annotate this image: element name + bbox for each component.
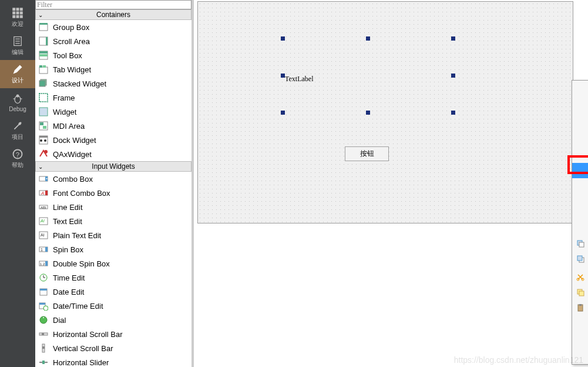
context-menu-item[interactable]: 改变对象名称... — [572, 114, 588, 129]
context-menu-item[interactable]: 改变普通文本... — [572, 81, 588, 96]
widget-item[interactable]: Date Edit — [35, 285, 191, 299]
svg-rect-45 — [45, 191, 48, 195]
widget-item[interactable]: 1Spin Box — [35, 242, 191, 256]
datetime-icon — [39, 301, 48, 311]
context-menu-item[interactable]: 转到槽... — [572, 218, 588, 233]
widget-item[interactable]: Horizontal Slider — [35, 355, 191, 367]
widget-item[interactable]: ABILine Edit — [35, 200, 191, 214]
svg-point-40 — [44, 150, 48, 154]
sidebar-item-pencil[interactable]: 设计 — [0, 60, 35, 88]
widget-item[interactable]: Dial — [35, 313, 191, 327]
svg-point-39 — [44, 139, 46, 142]
svg-rect-55 — [45, 249, 48, 252]
widget-item[interactable]: AIText Edit — [35, 214, 191, 228]
svg-rect-0 — [12, 8, 15, 11]
widget-item-label: Scroll Area — [53, 37, 90, 46]
chevron-down-icon: ⌄ — [38, 164, 43, 170]
widget-item[interactable]: Date/Time Edit — [35, 299, 191, 313]
design-canvas[interactable]: TextLabel 按钮 改变普通文本...改变多信息文本...改变对象名称..… — [194, 0, 588, 367]
widget-item[interactable]: Stacked Widget — [35, 76, 191, 91]
svg-rect-7 — [16, 15, 19, 18]
context-menu-item[interactable]: 删除(D) — [572, 331, 588, 346]
watermark: https://blog.csdn.net/zhuguanlin121 — [454, 355, 583, 365]
context-menu-item[interactable]: 放到后面(B) — [572, 236, 588, 251]
context-menu-item[interactable]: 改变样式表... — [572, 163, 588, 178]
svg-rect-72 — [42, 333, 44, 335]
widget-item-label: MDI Area — [53, 122, 85, 131]
widget-item-label: Group Box — [53, 23, 89, 32]
svg-rect-27 — [39, 65, 42, 68]
stacked-icon — [39, 79, 48, 88]
context-menu-item[interactable]: 大小限定▶ — [572, 181, 588, 196]
context-menu-item[interactable]: 改变"这是什么"... — [572, 148, 588, 163]
groupbox-icon — [39, 22, 48, 32]
sidebar-item-bug[interactable]: Debug — [0, 88, 35, 116]
category-header[interactable]: ⌄Input Widgets — [35, 161, 191, 172]
widget-item[interactable]: AIPlain Text Edit — [35, 228, 191, 242]
svg-text:1.2: 1.2 — [40, 262, 45, 266]
sidebar-item-help[interactable]: ?帮助 — [0, 145, 35, 173]
dial-icon — [39, 315, 48, 325]
widget-item[interactable]: Group Box — [35, 20, 191, 34]
widget-box-panel: Filter ⌄ContainersGroup BoxScroll AreaTo… — [35, 0, 194, 367]
front-icon — [576, 254, 585, 263]
svg-point-70 — [43, 317, 44, 318]
sidebar-item-grid[interactable]: 欢迎 — [0, 4, 35, 32]
paste-icon — [576, 303, 585, 312]
category-header[interactable]: ⌄Containers — [35, 9, 191, 20]
context-menu-item[interactable]: 选择全部(A) — [572, 315, 588, 331]
svg-rect-37 — [39, 136, 48, 138]
context-menu-item[interactable]: 粘贴(P) — [572, 300, 588, 315]
svg-point-68 — [43, 306, 48, 311]
svg-text:ABI: ABI — [41, 206, 46, 209]
context-menu-item[interactable]: 放到前面(F) — [572, 251, 588, 266]
widget-item-label: Dock Widget — [53, 136, 96, 145]
context-menu-item[interactable]: 改变多信息文本... — [572, 96, 588, 111]
widget-item[interactable]: Dock Widget — [35, 133, 191, 147]
widget-item[interactable]: MDI Area — [35, 119, 191, 133]
widget-item[interactable]: Tab Widget — [35, 62, 191, 76]
filter-input[interactable]: Filter — [35, 0, 191, 9]
push-button-widget[interactable]: 按钮 — [345, 146, 389, 161]
context-menu-item[interactable]: 复制(C) — [572, 285, 588, 300]
widget-item-label: Tab Widget — [53, 65, 91, 74]
context-menu-item[interactable]: 提升为... — [572, 199, 588, 215]
dspin-icon: 1.2 — [39, 259, 48, 268]
svg-rect-20 — [39, 23, 48, 25]
back-icon — [576, 239, 585, 248]
svg-rect-35 — [43, 126, 46, 129]
lineedit-icon: ABI — [39, 202, 48, 212]
widget-item[interactable]: Combo Box — [35, 172, 191, 186]
qax-icon — [39, 149, 48, 159]
form-widget[interactable]: TextLabel 按钮 — [197, 1, 573, 223]
widget-item[interactable]: Frame — [35, 91, 191, 105]
widget-item[interactable]: AFont Combo Box — [35, 186, 191, 200]
widget-item[interactable]: Vertical Scroll Bar — [35, 341, 191, 355]
widget-item[interactable]: Time Edit — [35, 271, 191, 285]
svg-rect-34 — [40, 122, 43, 125]
tab-icon — [39, 65, 48, 74]
widget-item[interactable]: Scroll Area — [35, 34, 191, 48]
svg-rect-80 — [577, 256, 582, 261]
svg-rect-22 — [46, 37, 48, 45]
widget-item[interactable]: Tool Box — [35, 48, 191, 62]
widget-item[interactable]: 1.2Double Spin Box — [35, 256, 191, 271]
hscroll-icon — [39, 329, 48, 339]
svg-rect-58 — [45, 261, 48, 263]
widget-item-label: Dial — [53, 316, 66, 325]
sidebar-item-doc[interactable]: 编辑 — [0, 32, 35, 60]
widget-item-label: Horizontal Scroll Bar — [53, 330, 123, 339]
text-label-widget[interactable]: TextLabel — [285, 75, 313, 84]
frame-icon — [39, 93, 48, 102]
sidebar-item-wrench[interactable]: 项目 — [0, 116, 35, 145]
widget-item-label: Date/Time Edit — [53, 302, 103, 311]
widget-item-label: Horizontal Slider — [53, 358, 109, 367]
widget-item-label: Double Spin Box — [53, 259, 110, 268]
widget-item[interactable]: QAxWidget — [35, 147, 191, 161]
copy-icon — [576, 288, 585, 297]
widget-item-label: Time Edit — [53, 273, 85, 282]
context-menu-item[interactable]: 改变工具提示... — [572, 132, 588, 148]
context-menu-item[interactable]: 剪切(T) — [572, 269, 588, 285]
widget-item[interactable]: Widget — [35, 105, 191, 119]
widget-item[interactable]: Horizontal Scroll Bar — [35, 327, 191, 341]
